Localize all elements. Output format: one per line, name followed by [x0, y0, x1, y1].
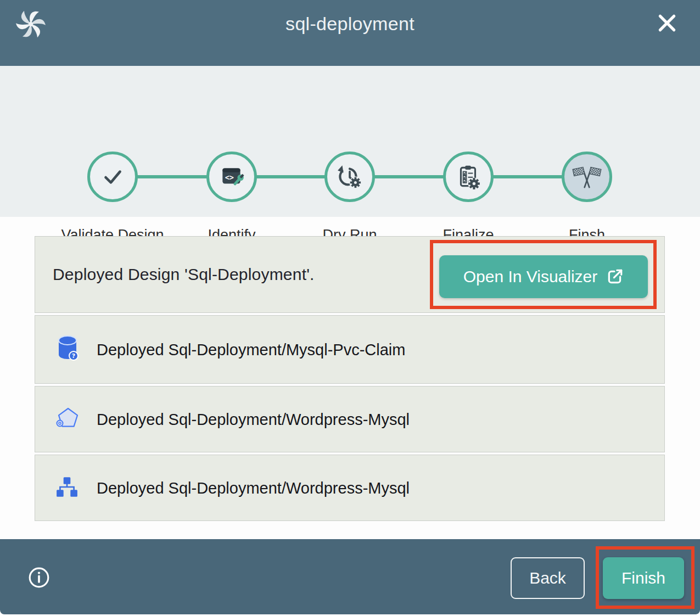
deployment-modal: sql-deployment Validate Design <> [0, 0, 700, 616]
close-button[interactable] [655, 11, 679, 35]
code-config-icon: <> [218, 163, 245, 191]
info-circle-icon [27, 566, 51, 589]
step-finalize-deployment[interactable] [443, 152, 494, 202]
dry-run-icon [336, 163, 363, 191]
deployed-resource-text: Deployed Sql-Deployment/Wordpress-Mysql [97, 479, 410, 497]
deployed-resource-text: Deployed Sql-Deployment/Wordpress-Mysql [97, 410, 410, 428]
hierarchy-icon [55, 475, 79, 501]
finalize-deployment-icon [455, 163, 482, 191]
open-in-visualizer-button[interactable]: Open In Visualizer [439, 255, 648, 298]
info-button[interactable] [27, 566, 51, 589]
external-link-icon [606, 268, 624, 285]
deployed-resource-row: Deployed Sql-Deployment/Wordpress-Mysql [35, 386, 665, 452]
back-button[interactable]: Back [511, 557, 585, 599]
step-validate-design[interactable] [87, 152, 138, 202]
finish-flags-icon [572, 163, 602, 191]
deployed-design-text: Deployed Design 'Sql-Deployment'. [53, 237, 315, 312]
deployed-resource-text: Deployed Sql-Deployment/Mysql-Pvc-Claim [97, 340, 405, 359]
deployed-resource-row: Deployed Sql-Deployment/Wordpress-Mysql [35, 455, 665, 521]
close-icon [656, 12, 679, 35]
step-dry-run[interactable] [324, 152, 375, 202]
check-icon [99, 163, 126, 191]
open-in-visualizer-label: Open In Visualizer [463, 267, 598, 286]
pentagon-icon [55, 406, 80, 433]
modal-title: sql-deployment [0, 0, 700, 47]
finish-button[interactable]: Finish [603, 557, 684, 599]
deployed-resource-row: ? Deployed Sql-Deployment/Mysql-Pvc-Clai… [35, 315, 665, 384]
modal-footer: Back Finish [0, 539, 700, 614]
step-identify-environments[interactable]: <> [206, 152, 257, 202]
database-icon: ? [55, 335, 80, 365]
svg-text:?: ? [72, 352, 75, 360]
deployment-stepper: Validate Design <> Identify Environments [0, 66, 700, 217]
svg-text:<>: <> [225, 173, 234, 182]
step-finish[interactable] [562, 152, 612, 202]
modal-header: sql-deployment [0, 0, 700, 66]
